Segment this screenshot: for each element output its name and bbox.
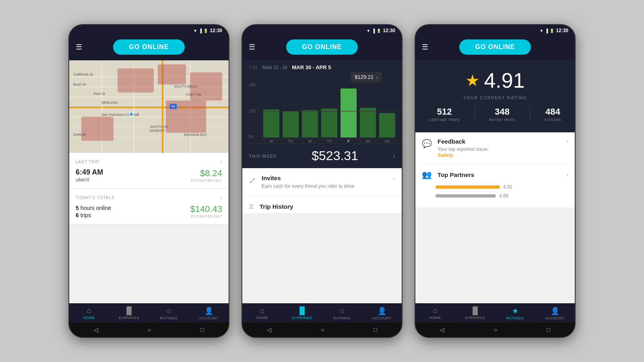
status-time-2: 12:30	[383, 28, 395, 33]
invites-card[interactable]: ⤢ Invites Earn cash for every friend you…	[242, 168, 402, 197]
back-btn-2[interactable]: ◁	[267, 327, 271, 333]
nav-ratings-1[interactable]: ☆ RATINGS	[157, 306, 181, 320]
phone-content-3: ★ 4.91 YOUR CURRENT RATING 512 LIFETIME …	[415, 60, 575, 303]
map-label-7: SOUTH OFMARKET	[150, 125, 169, 133]
bar-label-th: TH	[327, 139, 332, 143]
account-icon-3: 👤	[551, 306, 559, 315]
menu-icon-1[interactable]: ☰	[76, 43, 82, 51]
recents-btn-2[interactable]: □	[374, 327, 377, 333]
week-nav: < 21 MAR 22 - 29 MAR 30 - APR 5	[242, 60, 402, 72]
signal-icon: ▐	[199, 29, 202, 33]
rated-trips-value: 348	[495, 107, 510, 117]
status-bar-2: ▼ ▐ 🔋 12:30	[242, 25, 402, 36]
y-axis: 150 100 50	[249, 83, 256, 139]
ratings-label-1: RATINGS	[160, 316, 178, 320]
go-online-btn-3[interactable]: GO ONLINE	[459, 39, 531, 55]
map-label-6: SHRUP	[73, 133, 86, 137]
trips-label: trips	[80, 212, 91, 218]
wifi-icon-2: ▼	[366, 29, 370, 33]
earnings-icon-1: ▐▌	[124, 306, 134, 315]
invite-title: Invites	[262, 175, 388, 181]
nav-home-1[interactable]: ⌂ HOME	[77, 306, 101, 320]
week-current[interactable]: MAR 30 - APR 5	[292, 64, 331, 70]
home-btn-3[interactable]: ○	[494, 327, 497, 333]
grid-150	[261, 83, 402, 83]
map-highlight-5	[81, 117, 114, 141]
map-label-3: Pine St	[93, 92, 105, 96]
week-prev[interactable]: < 21	[249, 65, 258, 70]
nav-account-2[interactable]: 👤 ACCOUNT	[370, 306, 394, 320]
recents-btn-1[interactable]: □	[200, 327, 204, 333]
home-btn-1[interactable]: ○	[148, 327, 151, 333]
earnings-icon-2: ▐▌	[297, 306, 308, 315]
status-icons-3: ▼ ▐ 🔋 12:30	[539, 28, 568, 33]
account-label-1: ACCOUNT	[199, 316, 219, 320]
feedback-desc-text: Your top reported issue:	[438, 146, 489, 152]
back-btn-3[interactable]: ◁	[440, 327, 444, 333]
nav-home-3[interactable]: ⌂ HOME	[423, 306, 448, 320]
location-dot	[129, 112, 134, 117]
map-bg: California St Bush St Pine St DERLOIN Sa…	[69, 60, 229, 153]
rating-value: 4.91	[484, 68, 524, 93]
map-label-8: SOUTH BEAC	[174, 84, 198, 88]
rating-main: ★ 4.91	[465, 68, 524, 93]
totals-body: 5 hours online 6 trips $140.43 ESTIMATED…	[76, 204, 222, 218]
this-week-row[interactable]: THIS WEEK $523.31 ›	[242, 143, 402, 168]
trip-history-icon: ⧖	[249, 202, 254, 211]
nav-account-1[interactable]: 👤 ACCOUNT	[197, 306, 221, 320]
go-online-btn-1[interactable]: GO ONLINE	[113, 39, 185, 55]
hours-item: 5 hours online	[76, 205, 111, 211]
battery-icon-2: 🔋	[376, 29, 381, 33]
status-icons-2: ▼ ▐ 🔋 12:30	[366, 28, 395, 33]
status-bar-1: ▼ ▐ 🔋 12:30	[69, 25, 229, 36]
account-icon-1: 👤	[204, 306, 213, 315]
grid-50	[261, 139, 402, 140]
feedback-card[interactable]: 💬 Feedback Your top reported issue: Safe…	[415, 132, 575, 164]
bottom-nav-3: ⌂ HOME ▐▌ EARNINGS ★ RATINGS 👤 ACCOUNT	[415, 303, 575, 323]
earnings-label-3: EARNINGS	[465, 316, 485, 320]
wifi-icon-3: ▼	[539, 29, 543, 33]
trip-history-card[interactable]: ⧖ Trip History	[242, 197, 402, 213]
menu-icon-3[interactable]: ☰	[422, 43, 428, 51]
battery-icon: 🔋	[203, 29, 208, 33]
this-week-amount: $523.31	[312, 148, 358, 163]
partners-chevron[interactable]: ›	[566, 171, 568, 178]
bottom-nav-2: ⌂ HOME ▐▌ EARNINGS ☆ RATINGS 👤 ACCOUNT	[242, 303, 402, 323]
nav-earnings-2[interactable]: ▐▌ EARNINGS	[290, 306, 314, 320]
home-btn-2[interactable]: ○	[321, 327, 324, 333]
status-time-3: 12:30	[556, 28, 568, 33]
totals-header: TODAY'S TOTALS ›	[76, 194, 222, 201]
go-online-btn-2[interactable]: GO ONLINE	[286, 39, 358, 55]
this-week-label: THIS WEEK	[249, 154, 277, 158]
trip-type: uberX	[76, 177, 103, 183]
nav-earnings-1[interactable]: ▐▌ EARNINGS	[117, 306, 141, 320]
ratings-label-2: RATINGS	[333, 316, 351, 320]
nav-home-2[interactable]: ⌂ HOME	[250, 306, 275, 320]
totals-chevron[interactable]: ›	[220, 194, 222, 201]
nav-earnings-3[interactable]: ▐▌ EARNINGS	[463, 306, 487, 320]
partner-bar-gray	[436, 194, 496, 197]
signal-icon-2: ▐	[372, 29, 375, 33]
this-week-chevron: ›	[393, 152, 395, 160]
last-trip-chevron[interactable]: ›	[220, 158, 222, 165]
star-icon: ★	[465, 71, 480, 90]
partners-card: 👥 Top Partners › 4.91 4.86	[415, 164, 575, 208]
nav-ratings-2[interactable]: ☆ RATINGS	[330, 306, 354, 320]
menu-icon-2[interactable]: ☰	[249, 43, 255, 51]
invite-chevron: ›	[393, 175, 395, 182]
nav-ratings-3[interactable]: ★ RATINGS	[503, 306, 527, 320]
popup-amount: $129.21	[355, 74, 374, 80]
last-trip-label: LAST TRIP	[76, 160, 99, 164]
earnings-popup[interactable]: $129.21 ›	[351, 72, 382, 82]
nav-account-3[interactable]: 👤 ACCOUNT	[543, 306, 567, 320]
last-trip-header: LAST TRIP ›	[76, 158, 222, 165]
trip-info: 6:49 AM uberX	[76, 168, 103, 183]
wifi-icon: ▼	[193, 29, 197, 33]
android-nav-3: ◁ ○ □	[415, 323, 575, 337]
recents-btn-3[interactable]: □	[547, 327, 550, 333]
week-mid[interactable]: MAR 22 - 29	[262, 65, 287, 70]
back-btn-1[interactable]: ◁	[94, 327, 98, 333]
phone-1: ▼ ▐ 🔋 12:30 ☰ GO ONLINE	[68, 24, 229, 338]
lifetime-trips-value: 512	[437, 107, 452, 117]
rating-stats: 512 LIFETIME TRIPS 348 RATED TRIPS 484 5…	[422, 107, 568, 123]
